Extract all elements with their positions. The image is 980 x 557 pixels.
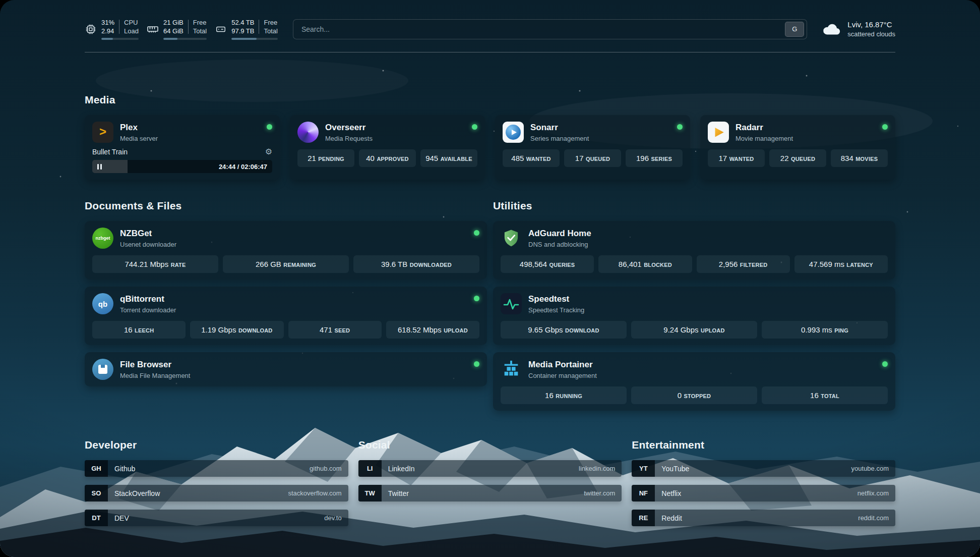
stat-value: 834 (841, 154, 853, 162)
stat-tile: 485 WANTED (503, 149, 560, 167)
app-card-portainer[interactable]: Media Portainer Container management 16 … (493, 352, 895, 411)
bookmark-url: dev.to (324, 514, 341, 522)
disk-labels: Free Total (264, 18, 277, 35)
cpu-load: 2.94 (101, 27, 114, 35)
bookmark-name: YouTube (661, 465, 689, 473)
stat-value: 16 (124, 325, 133, 334)
stat-value: 1.19 Gbps (201, 325, 236, 334)
playback-progress-bar[interactable]: 24:44 / 02:06:47 (92, 160, 272, 173)
app-name: Radarr (736, 123, 793, 133)
bookmark-linkedin[interactable]: LI LinkedIn linkedin.com (358, 460, 622, 477)
search-bar[interactable]: G (293, 19, 807, 39)
cloud-icon (822, 22, 841, 37)
app-card-adguard[interactable]: AdGuard Home DNS and adblocking 498,564 … (493, 221, 895, 280)
gear-icon[interactable]: ⚙ (265, 148, 272, 156)
bookmarks-entertainment: Entertainment YT YouTube youtube.com NF … (632, 439, 895, 526)
ram-widget: 21 GiB 64 GiB Free Total (147, 18, 207, 40)
stat-label: STOPPED (684, 393, 711, 399)
bookmark-twitter[interactable]: TW Twitter twitter.com (358, 485, 622, 502)
app-card-radarr[interactable]: Radarr Movie management 17 WANTED 22 QUE… (700, 115, 895, 180)
bookmark-name: StackOverflow (114, 489, 160, 497)
status-dot (882, 361, 888, 367)
bookmark-url: netflix.com (858, 489, 889, 497)
section-title-social: Social (358, 439, 622, 451)
bookmark-github[interactable]: GH Github github.com (85, 460, 348, 477)
bookmark-name: DEV (114, 514, 129, 522)
cpu-widget: 31% 2.94 CPU Load (85, 18, 139, 40)
stat-value: 47.569 ms (809, 260, 844, 268)
stat-label: WANTED (729, 156, 754, 162)
stat-label: WANTED (526, 156, 551, 162)
ram-values: 21 GiB 64 GiB (163, 18, 183, 35)
stat-label: SEED (334, 327, 350, 333)
bookmark-stackoverflow[interactable]: SO StackOverflow stackoverflow.com (85, 485, 348, 502)
bookmark-abbr: DT (85, 510, 108, 526)
now-playing-title: Bullet Train (92, 148, 128, 156)
header-divider (85, 52, 895, 52)
disk-icon (215, 23, 227, 35)
bookmark-url: youtube.com (851, 465, 889, 472)
bookmark-name: Github (114, 465, 135, 473)
bookmark-url: stackoverflow.com (288, 489, 341, 497)
dashboard-screen: 31% 2.94 CPU Load (0, 0, 980, 557)
app-subtitle: Media Requests (325, 135, 373, 142)
ram-total: 64 GiB (163, 27, 183, 35)
stat-label: LEECH (135, 327, 154, 333)
section-title-developer: Developer (85, 439, 348, 451)
bookmark-youtube[interactable]: YT YouTube youtube.com (632, 460, 895, 477)
stat-label: RUNNING (556, 393, 582, 399)
bookmark-reddit[interactable]: RE Reddit reddit.com (632, 510, 895, 526)
app-card-overseerr[interactable]: Overseerr Media Requests 21 PENDING 40 A… (290, 115, 485, 180)
bookmark-name: LinkedIn (388, 465, 415, 473)
app-card-sonarr[interactable]: Sonarr Series management 485 WANTED 17 Q… (495, 115, 690, 180)
app-card-plex[interactable]: > Plex Media server Bullet Train ⚙ (85, 115, 280, 180)
stat-tile: 9.24 Gbps UPLOAD (631, 321, 757, 339)
stat-value: 0 (678, 391, 682, 400)
status-dot (474, 361, 479, 367)
app-card-filebrowser[interactable]: File Browser Media File Management (85, 352, 487, 386)
app-subtitle: Usenet downloader (120, 241, 176, 248)
stat-value: 22 (780, 154, 789, 162)
speedtest-icon (501, 293, 522, 314)
stat-tile: 618.52 Mbps UPLOAD (386, 321, 479, 339)
stat-value: 86,401 (619, 260, 642, 268)
bookmarks-developer: Developer GH Github github.com SO StackO… (85, 439, 348, 526)
stat-tile: 40 APPROVED (359, 149, 416, 167)
stat-value: 9.65 Gbps (528, 325, 563, 334)
bookmarks-social: Social LI LinkedIn linkedin.com TW Twitt… (358, 439, 622, 526)
status-dot (882, 124, 888, 130)
plex-icon: > (92, 122, 113, 143)
stat-label: QUERIES (549, 262, 575, 268)
divider (259, 20, 259, 34)
app-subtitle: Container management (528, 372, 597, 379)
stat-tile: 1.19 Gbps DOWNLOAD (190, 321, 283, 339)
stat-label: MOVIES (855, 156, 878, 162)
playback-time: 24:44 / 02:06:47 (219, 163, 267, 171)
radarr-icon (708, 122, 729, 143)
stat-tile: 498,564 QUERIES (501, 255, 594, 273)
stat-label: PING (834, 327, 848, 333)
stat-label: RATE (171, 262, 186, 268)
stat-tile: 2,956 FILTERED (697, 255, 790, 273)
app-card-qbittorrent[interactable]: qb qBittorrent Torrent downloader 16 LEE… (85, 287, 487, 345)
disk-widget: 52.4 TB 97.9 TB Free Total (215, 18, 278, 40)
system-stats: 31% 2.94 CPU Load (85, 18, 278, 40)
stat-value: 17 (718, 154, 727, 162)
bookmark-dev[interactable]: DT DEV dev.to (85, 510, 348, 526)
status-dot (677, 124, 683, 130)
stat-tile: 196 SERIES (626, 149, 683, 167)
bookmark-netflix[interactable]: NF Netflix netflix.com (632, 485, 895, 502)
stat-tile: 17 WANTED (708, 149, 765, 167)
stat-tile: 86,401 BLOCKED (598, 255, 692, 273)
status-dot (472, 124, 477, 130)
app-card-speedtest[interactable]: Speedtest Speedtest Tracking 9.65 Gbps D… (493, 287, 895, 345)
bookmark-name: Netflix (661, 489, 681, 497)
app-card-nzbget[interactable]: nzbget NZBGet Usenet downloader 744.21 M… (85, 221, 487, 280)
stat-label: REMAINING (283, 262, 316, 268)
stat-value: 485 (511, 154, 524, 162)
search-engine-button[interactable]: G (785, 22, 804, 37)
search-input[interactable] (300, 25, 785, 34)
bookmark-abbr: YT (632, 460, 655, 477)
pause-icon[interactable] (97, 164, 102, 170)
stat-tile: 16 TOTAL (762, 386, 888, 404)
